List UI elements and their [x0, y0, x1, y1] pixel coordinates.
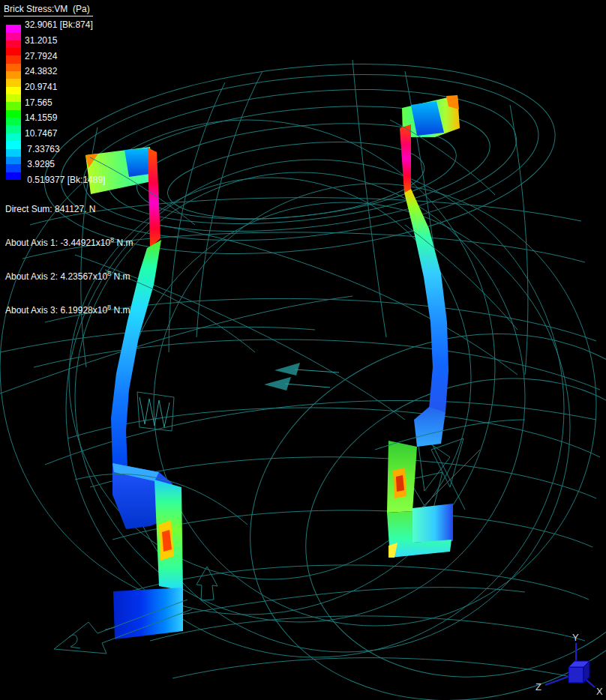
colorbar-segment — [6, 48, 21, 55]
colorbar-segment — [6, 149, 21, 157]
legend-title: Brick Stress:VM (Pa) — [4, 4, 93, 16]
colorbar-segment — [6, 79, 21, 86]
moment-axis2-line: About Axis 2: 4.23567x108 N.m — [5, 271, 133, 283]
direct-sum-line: Direct Sum: 841127. N — [5, 204, 133, 215]
legend-label: 24.3832 — [25, 66, 57, 76]
results-summary: Direct Sum: 841127. N About Axis 1: -3.4… — [5, 181, 133, 339]
colorbar-segment — [6, 125, 21, 133]
colorbar-segment — [6, 32, 21, 40]
colorbar-segment — [6, 64, 21, 71]
legend-label-max: 32.9061 [Bk:874] — [25, 19, 93, 30]
colorbar-segment — [6, 55, 21, 63]
legend-label: 17.565 — [25, 97, 52, 108]
legend-label: 10.7467 — [25, 128, 57, 139]
colorbar-segment — [6, 102, 21, 109]
colorbar-segment — [6, 25, 21, 32]
legend-label: 31.2015 — [25, 35, 57, 46]
colorbar-segment — [6, 118, 21, 125]
moment-axis3-line: About Axis 3: 6.19928x108 N.m — [5, 305, 133, 316]
triad-z-label: Z — [536, 681, 542, 693]
fea-viewer-window: Y Z X Brick Stress:VM (Pa) 32.9061 [Bk:8… — [0, 0, 606, 700]
legend-label: 27.7924 — [25, 51, 57, 61]
legend-label: 20.9741 — [25, 82, 57, 92]
colorbar-segment — [6, 141, 21, 148]
colorbar-segment — [6, 157, 21, 164]
legend-label: 14.1559 — [25, 112, 57, 123]
triad-cube-icon — [568, 661, 590, 683]
colorbar-segment — [6, 71, 21, 79]
triad-y-label: Y — [572, 632, 579, 643]
legend-label: 3.9285 — [25, 159, 55, 169]
legend-label: 7.33763 — [25, 144, 60, 154]
load-arrows-center — [264, 363, 339, 390]
orientation-triad: Y Z X — [536, 632, 603, 697]
colorbar-segment — [6, 164, 21, 172]
colorbar-segment — [6, 94, 21, 102]
colorbar-segment — [6, 172, 21, 180]
legend-colorbar — [6, 25, 21, 180]
moment-axis1-line: About Axis 1: -3.44921x108 N.m — [5, 238, 133, 249]
colorbar-segment — [6, 87, 21, 94]
colorbar-segment — [6, 110, 21, 118]
colorbar-segment — [6, 40, 21, 48]
mesh-detail-left — [137, 392, 174, 431]
colorbar-segment — [6, 133, 21, 141]
triad-x-label: X — [596, 686, 603, 697]
